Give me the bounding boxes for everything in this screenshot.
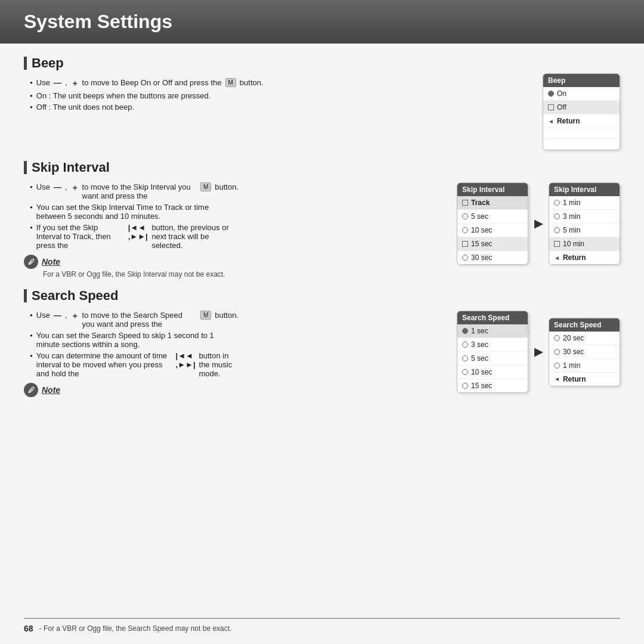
search-1min-item[interactable]: 1 min <box>549 359 620 373</box>
search-15sec-radio <box>462 383 468 389</box>
footer: 68 - For a VBR or Ogg file, the Search S… <box>24 618 620 633</box>
skip-interval-section: Skip Interval Use —,＋ to move to the Ski… <box>24 160 620 278</box>
search-3sec-radio <box>462 342 468 348</box>
skip-10min-item[interactable]: 10 min <box>549 237 620 251</box>
beep-bullet-1: Use —,＋ to move to Beep On or Off and pr… <box>30 78 531 89</box>
search-20sec-radio <box>554 335 560 341</box>
skip-1min-item[interactable]: 1 min <box>549 196 620 210</box>
beep-empty-2 <box>543 139 620 150</box>
skip-bullets: Use —,＋ to move to the Skip Interval you… <box>30 182 239 250</box>
skip-return-arrow: ◄ <box>554 255 560 261</box>
skip-return-item[interactable]: ◄ Return <box>549 251 620 264</box>
search-1min-radio <box>554 363 560 369</box>
beep-section: Beep Use —,＋ to move to Beep On or Off a… <box>24 55 620 150</box>
search-1sec-radio <box>462 328 468 334</box>
skip-bullet-3: If you set the Skip Interval to Track, t… <box>30 223 239 250</box>
search-text: Use —,＋ to move to the Search Speed you … <box>24 311 239 398</box>
skip-arrow-between: ▶ <box>534 217 543 230</box>
skip-panels: Skip Interval Track 5 sec 10 sec <box>457 182 620 265</box>
skip-5min-radio <box>554 227 560 233</box>
search-panel-right-header: Search Speed <box>549 318 620 332</box>
skip-30sec-radio <box>462 255 468 261</box>
skip-bullet-2: You can set the Skip Interval Time to Tr… <box>30 203 239 221</box>
skip-panel-left-header: Skip Interval <box>457 183 528 196</box>
skip-text: Use —,＋ to move to the Skip Interval you… <box>24 182 239 278</box>
skip-note-title: Note <box>42 257 60 267</box>
search-20sec-item[interactable]: 20 sec <box>549 332 620 345</box>
beep-panel-header: Beep <box>543 74 620 87</box>
skip-3min-radio <box>554 213 560 219</box>
skip-5sec-item[interactable]: 5 sec <box>457 210 528 224</box>
beep-empty-1 <box>543 128 620 139</box>
search-panels: Search Speed 1 sec 3 sec 5 sec <box>457 311 620 393</box>
beep-return-arrow: ◄ <box>548 118 554 125</box>
skip-5min-item[interactable]: 5 min <box>549 224 620 237</box>
skip-note-text: For a VBR or Ogg file, the Skip Interval… <box>43 270 239 278</box>
skip-3min-item[interactable]: 3 min <box>549 210 620 224</box>
skip-track-item[interactable]: Track <box>457 196 528 210</box>
skip-bullet-1: Use —,＋ to move to the Skip Interval you… <box>30 182 239 200</box>
search-10sec-radio <box>462 369 468 375</box>
skip-panel-right: Skip Interval 1 min 3 min 5 min <box>549 182 620 265</box>
beep-off-item[interactable]: Off <box>543 101 620 114</box>
search-arrow-between: ▶ <box>534 345 543 358</box>
page-title: System Settings <box>24 11 620 33</box>
search-return-arrow: ◄ <box>554 376 560 382</box>
beep-panel: Beep On Off ◄ Return <box>543 73 620 150</box>
search-5sec-radio <box>462 355 468 361</box>
search-30sec-radio <box>554 349 560 355</box>
beep-panel-wrapper: Beep On Off ◄ Return <box>543 73 620 150</box>
skip-1min-radio <box>554 200 560 206</box>
beep-text: Beep Use —,＋ to move to Beep On or Off a… <box>24 55 531 150</box>
skip-panel-left: Skip Interval Track 5 sec 10 sec <box>457 182 528 265</box>
search-3sec-item[interactable]: 3 sec <box>457 338 528 352</box>
search-5sec-item[interactable]: 5 sec <box>457 352 528 366</box>
search-panel-right: Search Speed 20 sec 30 sec 1 min ◄ <box>549 318 620 386</box>
skip-note: 🖊 Note <box>24 255 239 269</box>
search-note-title: Note <box>42 385 60 395</box>
beep-off-radio <box>548 104 554 110</box>
search-note: 🖊 Note <box>24 383 239 397</box>
search-note-icon: 🖊 <box>24 383 38 397</box>
search-speed-section: Search Speed Use —,＋ to move to the Sear… <box>24 288 620 398</box>
search-1sec-item[interactable]: 1 sec <box>457 324 528 338</box>
search-10sec-item[interactable]: 10 sec <box>457 366 528 379</box>
search-30sec-item[interactable]: 30 sec <box>549 345 620 359</box>
skip-30sec-item[interactable]: 30 sec <box>457 251 528 264</box>
beep-bullets: Use —,＋ to move to Beep On or Off and pr… <box>30 78 531 112</box>
beep-bullet-3: Off : The unit does not beep. <box>30 103 531 112</box>
beep-bullet-2: On : The unit beeps when the buttons are… <box>30 91 531 100</box>
search-bullet-2: You can set the Search Speed to skip 1 s… <box>30 331 239 349</box>
footer-note: - For a VBR or Ogg file, the Search Spee… <box>39 624 232 633</box>
skip-10sec-item[interactable]: 10 sec <box>457 224 528 237</box>
search-bullets: Use —,＋ to move to the Search Speed you … <box>30 311 239 378</box>
skip-10min-radio <box>554 241 560 247</box>
search-return-item[interactable]: ◄ Return <box>549 373 620 386</box>
search-bullet-3: You can determine the amount of time int… <box>30 351 239 378</box>
skip-interval-title: Skip Interval <box>24 160 620 175</box>
skip-15sec-item[interactable]: 15 sec <box>457 237 528 251</box>
beep-title: Beep <box>24 55 531 71</box>
beep-on-radio <box>548 91 554 97</box>
skip-5sec-radio <box>462 213 468 219</box>
skip-10sec-radio <box>462 227 468 233</box>
search-15sec-item[interactable]: 15 sec <box>457 379 528 392</box>
search-panel-left: Search Speed 1 sec 3 sec 5 sec <box>457 311 528 393</box>
beep-on-item[interactable]: On <box>543 87 620 101</box>
page-content: Beep Use —,＋ to move to Beep On or Off a… <box>0 44 644 643</box>
skip-panel-right-header: Skip Interval <box>549 183 620 196</box>
search-speed-title: Search Speed <box>24 288 620 304</box>
page-number: 68 <box>24 624 33 633</box>
skip-15sec-radio <box>462 241 468 247</box>
beep-return-item[interactable]: ◄ Return <box>543 114 620 128</box>
skip-track-radio <box>462 200 468 206</box>
skip-note-icon: 🖊 <box>24 255 38 269</box>
page-header: System Settings <box>0 0 644 44</box>
search-panel-left-header: Search Speed <box>457 311 528 324</box>
search-bullet-1: Use —,＋ to move to the Search Speed you … <box>30 311 239 329</box>
